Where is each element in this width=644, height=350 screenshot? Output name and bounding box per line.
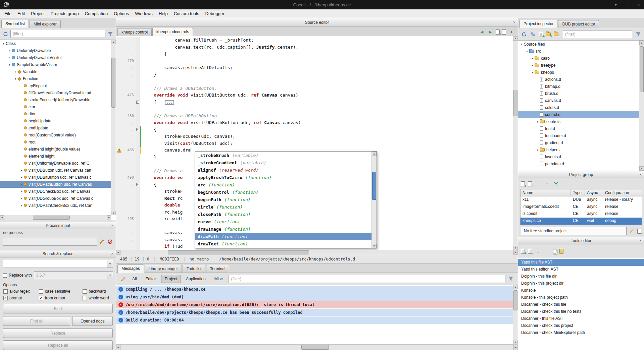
- menu-project[interactable]: Project: [28, 10, 47, 17]
- checkbox-backward[interactable]: backward: [83, 289, 112, 294]
- tool-item-dolphin-this-file-dir[interactable]: Dolphin - this file dir: [518, 273, 644, 280]
- menu-projects-group[interactable]: Projects group: [48, 10, 82, 17]
- replace-with-combo[interactable]: 3.6.7 ▼: [34, 271, 113, 279]
- menu-edit[interactable]: Edit: [14, 10, 28, 17]
- code-line-x[interactable]: . }: [116, 71, 513, 78]
- scroll-down-icon[interactable]: ▼: [513, 340, 518, 344]
- symbol-item-visit[interactable]: ▸visit(UDCheckBox udc, ref Canvas: [0, 188, 111, 195]
- scroll-up-icon[interactable]: ▲: [111, 40, 116, 44]
- column-header-configuration[interactable]: Configuration: [603, 189, 642, 196]
- files-vscrollbar[interactable]: ▲ ▼: [639, 41, 644, 171]
- checkbox-box[interactable]: [3, 273, 7, 278]
- clear-messages-icon[interactable]: [120, 276, 126, 282]
- completion-item-closepath[interactable]: closePath(function): [195, 211, 371, 218]
- symbol-tree-vscrollbar[interactable]: ▲ ▼: [111, 40, 116, 215]
- filter-funnel-icon[interactable]: [635, 31, 641, 37]
- code-line-x[interactable]: . canvas.fillBrush = _brushFont;: [116, 37, 513, 44]
- symbol-item-root[interactable]: root(CustomControl value): [0, 131, 111, 138]
- scroll-left-icon[interactable]: ◀: [116, 345, 120, 350]
- file-item-cairo[interactable]: ▸cairo: [518, 55, 639, 62]
- menu-windows[interactable]: Windows: [132, 10, 156, 17]
- completion-scrollbar[interactable]: ▲ ▼: [371, 152, 377, 248]
- scroll-down-icon[interactable]: ▼: [639, 166, 644, 171]
- filter-all-button[interactable]: All: [129, 275, 140, 283]
- symbol-item-visit[interactable]: ▸visit(UDButton udc, ref Canvas can: [0, 167, 111, 174]
- code-line-x[interactable]: . visit(cast(UDButton) udc);: [116, 140, 513, 147]
- dropdown-icon[interactable]: ▼: [107, 272, 113, 279]
- close-panel-icon[interactable]: ×: [639, 239, 642, 243]
- arrow-up-icon[interactable]: ↑: [544, 248, 550, 254]
- messages-hscrollbar[interactable]: ◀ ▶: [116, 345, 518, 350]
- file-item-gradient-d[interactable]: gradient.d: [518, 139, 639, 146]
- scroll-right-icon[interactable]: ▶: [513, 345, 518, 350]
- code-line-x[interactable]: .: [116, 106, 513, 113]
- symbol-item-ctor[interactable]: ctor: [0, 103, 111, 110]
- file-item-font-d[interactable]: font.d: [518, 125, 639, 132]
- tool-item-dscanner-check-miniexplorer-path[interactable]: Dscanner - check MiniExplorer path: [518, 329, 644, 336]
- code-line-x[interactable]: . /// Draws a UDBitButton.: [116, 85, 513, 92]
- symbol-filter-input[interactable]: [10, 30, 105, 38]
- project-row-kheops-ce[interactable]: kheops.ceCEwaitdebug: [521, 218, 642, 225]
- tool-item-dscanner-this-file-ast[interactable]: Dscanner - this file AST: [518, 315, 644, 322]
- column-header-name[interactable]: Name: [521, 189, 571, 196]
- file-item-canvas-d[interactable]: canvas.d: [518, 97, 639, 104]
- code-line-x[interactable]: . override void visit(UDPathButton udc, …: [116, 119, 513, 126]
- file-item-controls[interactable]: ▸controls: [518, 118, 639, 125]
- completion-item-curve[interactable]: curve(function): [195, 218, 371, 225]
- symbol-item-visit[interactable]: visit(UniformlyDrawable udc, ref C: [0, 160, 111, 167]
- code-line-x[interactable]: . }: [116, 51, 513, 58]
- dropdown-icon[interactable]: ▼: [107, 260, 113, 268]
- symbol-item-visit[interactable]: ▸visit(UDPathCheckBox udc, ref Can: [0, 202, 111, 209]
- doc-plus-icon[interactable]: +: [521, 249, 525, 254]
- tab-terminal[interactable]: Terminal: [206, 265, 229, 273]
- completion-item-drawpath[interactable]: drawPath(function): [195, 233, 371, 240]
- scroll-right-icon[interactable]: ▶: [513, 250, 518, 255]
- doc-minus-icon[interactable]: −: [502, 30, 506, 35]
- arrow-up-icon[interactable]: ↑: [544, 181, 550, 187]
- tool-item-dolphin-this-project-dir[interactable]: Dolphin - this project dir: [518, 280, 644, 287]
- scroll-up-icon[interactable]: ▲: [372, 152, 377, 156]
- close-panel-icon[interactable]: ×: [639, 173, 642, 177]
- message-row-error[interactable]: ×/usr/include/dmd/druntime/import/core/e…: [116, 301, 513, 308]
- close-panel-icon[interactable]: ×: [513, 20, 515, 24]
- tool-item-yatol-this-file-ast[interactable]: Yatol this file AST: [518, 259, 644, 266]
- editor-tab-kheops-control[interactable]: kheops.control: [117, 28, 152, 36]
- symbol-item-tryrepaint[interactable]: tryRepaint: [0, 82, 111, 89]
- nav-right-icon[interactable]: ▶: [487, 29, 493, 35]
- menu-file[interactable]: File: [1, 10, 14, 17]
- symbol-tree-hscrollbar[interactable]: ◀ ▶: [0, 215, 111, 220]
- code-line-x[interactable]: .: [116, 78, 513, 85]
- send-input-icon[interactable]: [99, 239, 105, 245]
- tab-dub-project-editor[interactable]: DUB project editor: [558, 20, 599, 28]
- filter-project-button[interactable]: Project: [161, 275, 181, 283]
- doc-yellow-icon[interactable]: [559, 249, 563, 254]
- pencil-icon[interactable]: [629, 228, 635, 234]
- close-window-button[interactable]: ×: [638, 2, 640, 7]
- tool-item-dscanner-check-this-file-no-tests[interactable]: Dscanner - check this file no tests: [518, 308, 644, 315]
- tab-project-inspector[interactable]: Project inspector: [519, 20, 557, 28]
- file-item-bitmap-d[interactable]: bitmap.d: [518, 83, 639, 90]
- completion-item-beginpath[interactable]: beginPath(function): [195, 196, 371, 203]
- file-item-fontloader-d[interactable]: fontloader.d: [518, 132, 639, 139]
- menu-custom-tools[interactable]: Custom tools: [171, 10, 202, 17]
- fold-toggle-icon[interactable]: −: [136, 128, 139, 131]
- completion-item-applybrushtocairo[interactable]: applyBrushToCairo(function): [195, 174, 371, 181]
- file-item-helpers[interactable]: ▸helpers: [518, 146, 639, 153]
- symbol-item-filldrawarea[interactable]: fillDrawArea(UniformlyDrawable ud: [0, 89, 111, 96]
- filter-misc-button[interactable]: Misc: [211, 275, 227, 283]
- file-item-actions-d[interactable]: actions.d: [518, 76, 639, 83]
- symbol-item-dtor[interactable]: dtor: [0, 110, 111, 117]
- file-item-src[interactable]: ▾src: [518, 48, 639, 55]
- completion-item-begincontrol[interactable]: beginControl(function): [195, 188, 371, 196]
- column-header-type[interactable]: Type: [571, 189, 585, 196]
- shade-button[interactable]: ▾: [615, 2, 617, 7]
- scroll-up-icon[interactable]: ▲: [513, 285, 518, 289]
- column-header-async[interactable]: Async: [585, 189, 603, 196]
- doc-minus-icon[interactable]: −: [528, 249, 532, 254]
- completion-item-drawtext[interactable]: drawText(function): [195, 240, 371, 247]
- project-row-imageformats-coedit[interactable]: imageformats.coeditCEasyncrelease: [521, 203, 642, 211]
- find-all-button[interactable]: Find all: [3, 316, 70, 326]
- editor-hscrollbar[interactable]: ◀ ▶: [116, 250, 518, 255]
- menu-debugger[interactable]: Debugger: [202, 10, 228, 17]
- files-filter-input[interactable]: [563, 30, 632, 38]
